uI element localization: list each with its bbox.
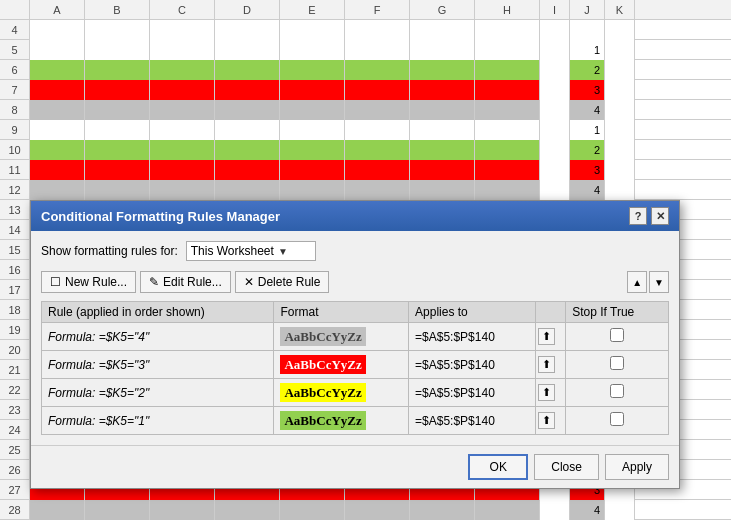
row-num: 8 [0, 100, 29, 120]
j-value-cell [570, 20, 605, 40]
stop-if-true-checkbox[interactable] [610, 384, 624, 398]
cell [540, 160, 570, 180]
row-num: 13 [0, 200, 29, 220]
cell [540, 180, 570, 200]
header-spacer [0, 0, 30, 19]
j-value-cell: 3 [570, 80, 605, 100]
cell [410, 20, 475, 40]
range-expand-button[interactable]: ⬆ [538, 384, 555, 401]
cell [85, 60, 150, 80]
cell [410, 80, 475, 100]
row-num: 24 [0, 420, 29, 440]
edit-rule-button[interactable]: ✎ Edit Rule... [140, 271, 231, 293]
cell [85, 120, 150, 140]
row-num: 15 [0, 240, 29, 260]
expand-cell: ⬆ [536, 379, 566, 407]
stop-if-true-checkbox[interactable] [610, 356, 624, 370]
help-button[interactable]: ? [629, 207, 647, 225]
cell [150, 40, 215, 60]
row-num: 18 [0, 300, 29, 320]
rule-row[interactable]: Formula: =$K5="2"AaBbCcYyZz=$A$5:$P$140⬆ [42, 379, 669, 407]
cell [345, 180, 410, 200]
row-num: 20 [0, 340, 29, 360]
col-header-a: A [30, 0, 85, 19]
move-down-button[interactable]: ▼ [649, 271, 669, 293]
cell [150, 80, 215, 100]
cell [475, 120, 540, 140]
cell [605, 120, 635, 140]
cell [150, 180, 215, 200]
cell [85, 160, 150, 180]
cell [30, 100, 85, 120]
cell [280, 180, 345, 200]
cell [345, 100, 410, 120]
cell [475, 20, 540, 40]
cell [540, 100, 570, 120]
row-num: 28 [0, 500, 29, 520]
cancel-button[interactable]: Close [534, 454, 599, 480]
row-num: 4 [0, 20, 29, 40]
cell [150, 500, 215, 520]
range-expand-button[interactable]: ⬆ [538, 328, 555, 345]
table-row: 3 [30, 160, 731, 180]
cell [280, 120, 345, 140]
new-rule-icon: ☐ [50, 275, 61, 289]
rule-row[interactable]: Formula: =$K5="1"AaBbCcYyZz=$A$5:$P$140⬆ [42, 407, 669, 435]
range-expand-button[interactable]: ⬆ [538, 356, 555, 373]
cell [410, 120, 475, 140]
row-num: 23 [0, 400, 29, 420]
rule-formula: Formula: =$K5="3" [42, 351, 274, 379]
table-row: 4 [30, 500, 731, 520]
rule-row[interactable]: Formula: =$K5="4"AaBbCcYyZz=$A$5:$P$140⬆ [42, 323, 669, 351]
col-header-d: D [215, 0, 280, 19]
j-value-cell: 2 [570, 60, 605, 80]
col-header-j: J [570, 0, 605, 19]
j-value-cell: 4 [570, 180, 605, 200]
cell [475, 100, 540, 120]
range-expand-button[interactable]: ⬆ [538, 412, 555, 429]
show-for-dropdown[interactable]: This Worksheet ▼ [186, 241, 316, 261]
format-cell: AaBbCcYyZz [274, 407, 409, 435]
cell [280, 160, 345, 180]
cell [540, 500, 570, 520]
format-preview: AaBbCcYyZz [280, 383, 365, 402]
delete-rule-button[interactable]: ✕ Delete Rule [235, 271, 330, 293]
stop-if-true-checkbox[interactable] [610, 412, 624, 426]
table-row: 1 [30, 40, 731, 60]
rule-row[interactable]: Formula: =$K5="3"AaBbCcYyZz=$A$5:$P$140⬆ [42, 351, 669, 379]
cell [410, 60, 475, 80]
cell [345, 20, 410, 40]
cell [280, 100, 345, 120]
chevron-down-icon: ▼ [278, 246, 288, 257]
stop-if-true-cell [566, 351, 669, 379]
cell [605, 100, 635, 120]
apply-button[interactable]: Apply [605, 454, 669, 480]
applies-to-cell[interactable]: =$A$5:$P$140 [409, 323, 536, 351]
cell [345, 40, 410, 60]
cell [30, 180, 85, 200]
new-rule-button[interactable]: ☐ New Rule... [41, 271, 136, 293]
ok-button[interactable]: OK [468, 454, 528, 480]
cell [605, 500, 635, 520]
stop-if-true-checkbox[interactable] [610, 328, 624, 342]
applies-to-cell[interactable]: =$A$5:$P$140 [409, 379, 536, 407]
rules-table: Rule (applied in order shown) Format App… [41, 301, 669, 435]
move-up-button[interactable]: ▲ [627, 271, 647, 293]
cell [475, 140, 540, 160]
cell [280, 60, 345, 80]
applies-to-cell[interactable]: =$A$5:$P$140 [409, 407, 536, 435]
cell [475, 60, 540, 80]
applies-to-cell[interactable]: =$A$5:$P$140 [409, 351, 536, 379]
j-value-cell: 2 [570, 140, 605, 160]
cell [475, 500, 540, 520]
cell [540, 40, 570, 60]
j-value-cell: 4 [570, 500, 605, 520]
row-num: 16 [0, 260, 29, 280]
table-row: 3 [30, 80, 731, 100]
edit-rule-icon: ✎ [149, 275, 159, 289]
close-button[interactable]: ✕ [651, 207, 669, 225]
cell [280, 20, 345, 40]
show-for-value: This Worksheet [191, 244, 274, 258]
cell [215, 40, 280, 60]
cell [280, 500, 345, 520]
